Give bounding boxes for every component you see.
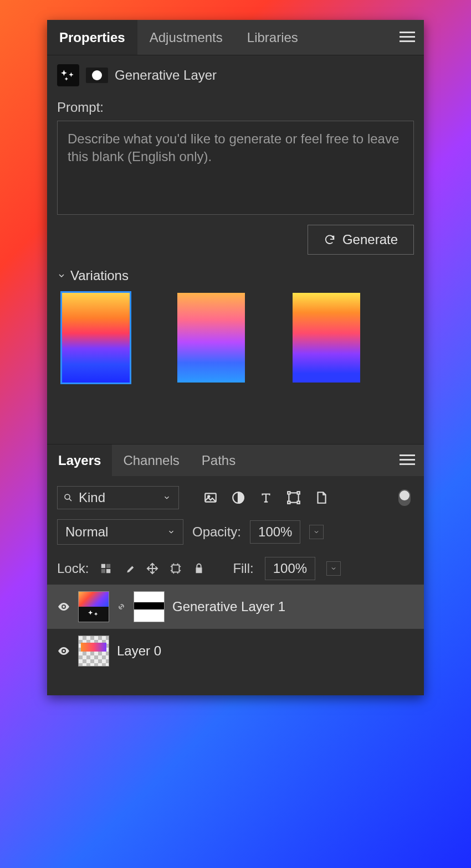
layer-thumb-image [78, 636, 109, 666]
visibility-eye-icon[interactable] [57, 644, 70, 658]
svg-point-0 [332, 236, 334, 237]
panel-header: Generative Layer [47, 55, 424, 95]
chevron-down-icon [167, 528, 175, 536]
prompt-input[interactable]: Describe what you'd like to generate or … [57, 121, 414, 215]
generate-button[interactable]: Generate [308, 225, 414, 255]
variations-grid [57, 291, 414, 384]
lock-brush-icon[interactable] [123, 562, 135, 575]
top-tab-bar: Properties Adjustments Libraries [47, 20, 424, 55]
svg-rect-10 [101, 564, 105, 568]
tab-channels[interactable]: Channels [112, 445, 190, 476]
opacity-value[interactable]: 100% [250, 520, 300, 544]
layers-tab-bar: Layers Channels Paths [47, 444, 424, 476]
tab-libraries[interactable]: Libraries [235, 20, 310, 55]
lock-position-icon[interactable] [146, 562, 158, 575]
panel-title: Generative Layer [115, 68, 217, 83]
text-filter-icon[interactable] [259, 490, 273, 505]
kind-filter-label: Kind [79, 490, 157, 505]
prompt-label: Prompt: [57, 100, 414, 115]
svg-rect-6 [288, 492, 290, 494]
svg-rect-12 [101, 569, 105, 573]
layer-thumb-generative [78, 591, 109, 622]
svg-rect-9 [298, 502, 300, 504]
variations-header[interactable]: Variations [57, 268, 414, 283]
tab-layers[interactable]: Layers [47, 445, 112, 476]
generative-sparkle-icon [57, 64, 79, 86]
layer-filter-row: Kind [47, 476, 424, 515]
layer-name[interactable]: Generative Layer 1 [172, 599, 285, 614]
panel-menu-icon[interactable] [400, 32, 415, 44]
variations-label: Variations [70, 268, 129, 283]
tab-properties[interactable]: Properties [47, 20, 137, 55]
layer-row-generative[interactable]: Generative Layer 1 [47, 585, 424, 629]
svg-rect-14 [172, 565, 180, 572]
lock-artboard-icon[interactable] [170, 562, 182, 575]
fill-value[interactable]: 100% [265, 557, 315, 580]
kind-filter-select[interactable]: Kind [57, 486, 179, 509]
smartobject-filter-icon[interactable] [314, 490, 329, 505]
image-filter-icon[interactable] [203, 490, 218, 505]
adjustment-filter-icon[interactable] [231, 490, 245, 505]
shape-filter-icon[interactable] [286, 490, 301, 505]
fill-dropdown[interactable] [326, 561, 341, 576]
opacity-dropdown[interactable] [309, 525, 324, 539]
layer-mask-thumb[interactable] [134, 591, 165, 622]
chevron-down-icon [313, 529, 320, 535]
variation-thumb-1[interactable] [60, 291, 131, 384]
blend-mode-select[interactable]: Normal [57, 519, 183, 545]
search-icon [63, 493, 73, 503]
filter-toggle[interactable] [398, 489, 411, 506]
lock-all-icon[interactable] [193, 562, 205, 575]
svg-rect-13 [106, 569, 110, 573]
opacity-label: Opacity: [192, 524, 241, 540]
link-icon[interactable] [117, 599, 126, 614]
svg-point-15 [63, 606, 65, 608]
variation-thumb-2[interactable] [176, 291, 247, 384]
fill-label: Fill: [233, 561, 253, 576]
refresh-sparkle-icon [324, 234, 336, 246]
svg-rect-7 [298, 492, 300, 494]
tab-paths[interactable]: Paths [191, 445, 247, 476]
variation-thumb-3[interactable] [291, 291, 362, 384]
lock-label: Lock: [57, 561, 89, 576]
prompt-section: Prompt: Describe what you'd like to gene… [47, 95, 424, 394]
chevron-down-icon [330, 565, 337, 572]
layer-row-base[interactable]: Layer 0 [47, 629, 424, 673]
blend-row: Normal Opacity: 100% [47, 515, 424, 549]
chevron-down-icon [163, 494, 171, 502]
generate-label: Generate [342, 232, 398, 247]
svg-point-16 [63, 650, 65, 652]
layer-name[interactable]: Layer 0 [117, 643, 161, 659]
layer-mask-icon [86, 68, 108, 83]
layers-panel-menu-icon[interactable] [400, 454, 415, 467]
visibility-eye-icon[interactable] [57, 600, 70, 613]
tab-adjustments[interactable]: Adjustments [137, 20, 235, 55]
svg-rect-11 [106, 564, 110, 568]
svg-point-1 [65, 494, 70, 499]
chevron-down-icon [57, 271, 66, 280]
blend-mode-value: Normal [65, 524, 167, 540]
lock-transparent-icon[interactable] [100, 562, 112, 575]
svg-rect-8 [288, 502, 290, 504]
lock-row: Lock: Fill: 100% [47, 549, 424, 585]
properties-panel: Properties Adjustments Libraries Generat… [47, 20, 424, 695]
